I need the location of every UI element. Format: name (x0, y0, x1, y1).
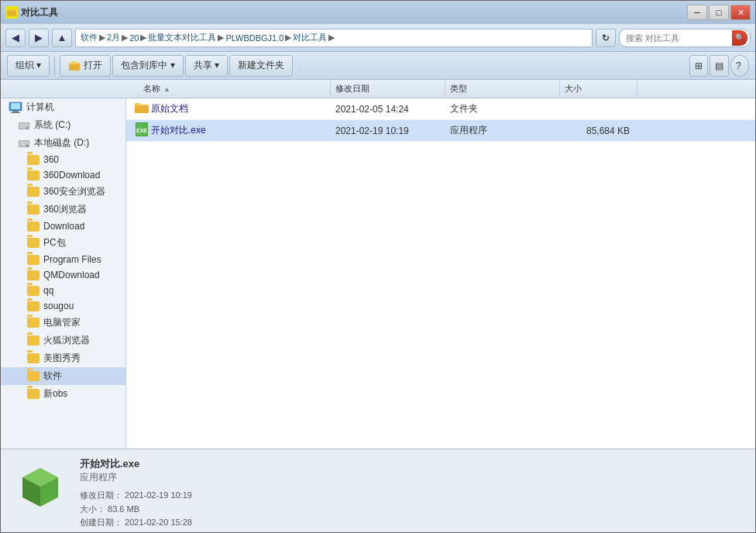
title-bar: 对比工具 ─ □ ✕ (1, 1, 755, 24)
sidebar-item-qq[interactable]: qq (1, 283, 125, 298)
organize-button[interactable]: 组织 ▾ (7, 55, 50, 77)
sidebar-label: 电脑管家 (43, 316, 81, 329)
svg-rect-3 (69, 64, 80, 70)
sidebar-item-pchome[interactable]: 电脑管家 (1, 314, 125, 332)
sidebar-item-pc[interactable]: PC包 (1, 234, 125, 252)
breadcrumb-bar[interactable]: 软件 ▶ 2月 ▶ 20 ▶ 批量文本对比工具 ▶ PLWBDBGJ1.0 ▶ … (75, 29, 593, 47)
breadcrumb-item[interactable]: 批量文本对比工具 (148, 32, 216, 43)
folder-icon (27, 187, 40, 197)
file-row[interactable]: 原始文档 2021-02-05 14:24 文件夹 (126, 98, 755, 120)
sidebar-item-programfiles[interactable]: Program Files (1, 252, 125, 267)
cube-icon (13, 462, 67, 516)
preview-icon (13, 462, 67, 516)
svg-rect-1 (7, 11, 16, 16)
folder-icon (27, 318, 40, 328)
preview-detail-size: 大小： 83.6 MB (80, 503, 743, 517)
up-button[interactable]: ▲ (52, 29, 72, 47)
breadcrumb-item[interactable]: 对比工具 (293, 32, 327, 43)
folder-icon (27, 222, 40, 232)
sidebar-item-d-drive[interactable]: 本地磁盘 (D:) (1, 134, 125, 152)
sidebar-label: QMDownload (43, 270, 100, 280)
file-row[interactable]: EXE 开始对比.exe 2021-02-19 10:19 应用程序 85,68… (126, 120, 755, 142)
search-wrap: 🔍 (619, 29, 751, 47)
folder-icon (27, 155, 40, 165)
col-header-size[interactable]: 大小 (560, 80, 637, 98)
folder-icon (27, 301, 40, 311)
forward-button[interactable]: ▶ (29, 29, 49, 47)
sidebar-item-meitu[interactable]: 美图秀秀 (1, 349, 125, 367)
help-button[interactable]: ? (730, 55, 749, 77)
file-date: 2021-02-19 10:19 (335, 126, 450, 136)
back-button[interactable]: ◀ (5, 29, 26, 47)
preview-detail-modified: 修改日期： 2021-02-19 10:19 (80, 489, 743, 503)
include-library-button[interactable]: 包含到库中 ▾ (112, 55, 183, 77)
preview-detail-created: 创建日期： 2021-02-20 15:28 (80, 516, 743, 530)
breadcrumb-item[interactable]: PLWBDBGJ1.0 (225, 33, 284, 43)
exe-icon: EXE (134, 122, 149, 137)
view-options-button[interactable]: ⊞ (689, 55, 708, 77)
folder-icon (27, 170, 40, 181)
sidebar-label: 火狐浏览器 (43, 334, 90, 347)
open-button[interactable]: 打开 (60, 55, 111, 77)
title-bar-buttons: ─ □ ✕ (687, 5, 751, 20)
sidebar-label: qq (43, 285, 53, 296)
file-date: 2021-02-05 14:24 (335, 104, 450, 115)
folder-icon (27, 335, 40, 346)
toolbar: 组织 ▾ 打开 包含到库中 ▾ 共享 ▾ 新建文件夹 ⊞ ▤ ? (1, 52, 755, 80)
sidebar-label: 360浏览器 (43, 203, 87, 216)
sidebar-item-sougou[interactable]: sougou (1, 298, 125, 314)
sidebar-label: 360安全浏览器 (43, 185, 105, 198)
folder-icon (27, 389, 40, 399)
file-name: 开始对比.exe (151, 124, 335, 137)
sidebar-item-360[interactable]: 360 (1, 152, 125, 167)
search-input[interactable] (619, 29, 751, 47)
col-header-name[interactable]: 名称 ▲ (139, 80, 331, 98)
sidebar-label: Program Files (43, 254, 101, 265)
breadcrumb-item[interactable]: 软件 (81, 32, 98, 43)
folder-icon (27, 255, 40, 265)
col-header-type[interactable]: 类型 (445, 80, 560, 98)
maximize-button[interactable]: □ (709, 5, 729, 20)
close-button[interactable]: ✕ (730, 5, 751, 20)
minimize-button[interactable]: ─ (687, 5, 707, 20)
file-name: 原始文档 (151, 102, 335, 115)
sidebar-label: 计算机 (26, 101, 54, 114)
sidebar-item-qmdownload[interactable]: QMDownload (1, 267, 125, 283)
sidebar-label: 美图秀秀 (43, 352, 81, 365)
computer-icon (9, 101, 22, 114)
folder-icon (27, 270, 40, 280)
file-type: 文件夹 (450, 102, 565, 115)
file-icon-exe: EXE (134, 122, 151, 139)
sidebar-item-download[interactable]: Download (1, 218, 125, 234)
sidebar-item-computer[interactable]: 计算机 (1, 98, 125, 116)
open-icon (68, 60, 81, 72)
svg-rect-16 (135, 106, 149, 113)
breadcrumb-item[interactable]: 2月 (107, 32, 120, 43)
sidebar-item-360browser[interactable]: 360安全浏览器 (1, 183, 125, 201)
svg-text:EXE: EXE (136, 128, 147, 133)
window: 对比工具 ─ □ ✕ ◀ ▶ ▲ 软件 ▶ 2月 ▶ 20 ▶ 批量文本对比工具… (0, 0, 756, 533)
svg-rect-6 (11, 103, 20, 109)
sidebar-item-c-drive[interactable]: 系统 (C:) (1, 116, 125, 134)
sidebar-label: Download (43, 221, 84, 232)
col-header-date[interactable]: 修改日期 (331, 80, 445, 98)
status-bar: 开始对比.exe 应用程序 修改日期： 2021-02-19 10:19 大小：… (1, 449, 755, 532)
sidebar-item-360browser2[interactable]: 360浏览器 (1, 201, 125, 218)
folder-icon (134, 101, 149, 114)
share-button[interactable]: 共享 ▾ (185, 55, 228, 77)
folder-icon (27, 371, 40, 381)
drive-icon (18, 120, 30, 131)
sidebar-item-firefox[interactable]: 火狐浏览器 (1, 332, 125, 349)
sidebar-item-360download[interactable]: 360Download (1, 167, 125, 183)
sidebar: 计算机 系统 (C:) 本地磁盘 (D:) (1, 98, 126, 449)
refresh-button[interactable]: ↻ (596, 29, 616, 47)
search-button[interactable]: 🔍 (732, 30, 747, 46)
preview-toggle-button[interactable]: ▤ (710, 55, 729, 77)
new-folder-button[interactable]: 新建文件夹 (229, 55, 293, 77)
sidebar-item-software[interactable]: 软件 (1, 367, 125, 385)
sidebar-item-newobs[interactable]: 新obs (1, 385, 125, 403)
sidebar-label: 360Download (43, 170, 100, 181)
svg-rect-8 (11, 112, 20, 113)
svg-point-14 (26, 144, 29, 146)
breadcrumb-item[interactable]: 20 (129, 33, 139, 43)
